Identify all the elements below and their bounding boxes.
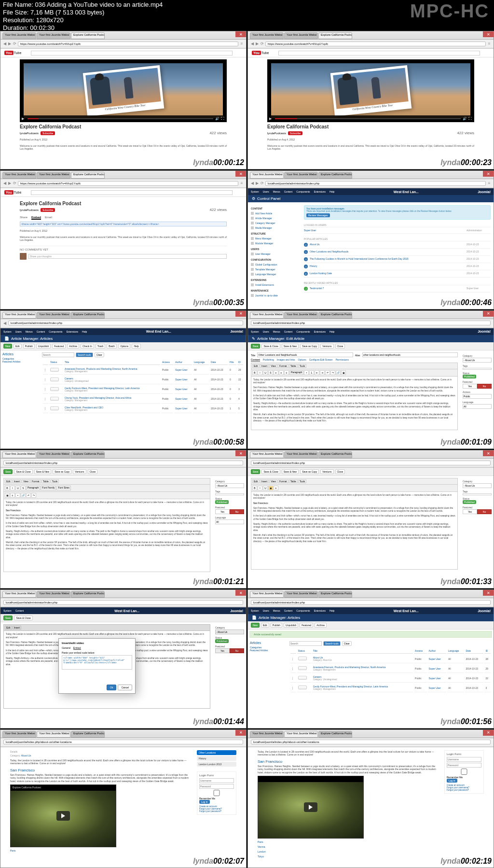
subscribe-button[interactable]: Subscribe xyxy=(41,131,55,135)
ok-button[interactable]: Ok xyxy=(107,685,116,690)
video-insert-icon[interactable]: ▣ xyxy=(5,493,10,498)
sidebar-article-mgr[interactable]: Article Manager xyxy=(251,216,298,221)
embedded-video[interactable] xyxy=(258,776,364,839)
table-row[interactable]: ⋮CareersCategory: UncategorisedPublicSup… xyxy=(43,376,243,384)
modal-tab-general[interactable]: General xyxy=(62,646,70,650)
batch-button[interactable]: Batch xyxy=(107,344,117,349)
table-row[interactable]: ⋮Cecily Fortnum-West, President and Mana… xyxy=(43,385,243,394)
share-tab-embed[interactable]: Embed xyxy=(31,216,41,220)
window-close-button[interactable]: ✕ xyxy=(235,31,246,37)
menu-system[interactable]: System xyxy=(251,190,259,193)
editor-body[interactable]: Today, the Landon is located in 28 count… xyxy=(251,377,457,430)
play-icon[interactable] xyxy=(56,811,70,821)
menu-extensions[interactable]: Extensions xyxy=(314,190,326,193)
comment-input[interactable]: Share your thoughts xyxy=(28,254,227,259)
new-button[interactable]: New xyxy=(3,344,12,349)
checkin-button[interactable]: Check In xyxy=(81,344,94,349)
archive-button[interactable]: Archive xyxy=(67,344,79,349)
underline-icon[interactable]: U xyxy=(263,370,268,375)
undo-icon[interactable]: ↶ xyxy=(325,370,330,375)
bold-icon[interactable]: B xyxy=(252,370,257,375)
list-icon[interactable]: • xyxy=(304,370,309,375)
browser-tab[interactable]: Your first Joomla Websi xyxy=(2,32,36,39)
volume-icon[interactable]: 🔊 xyxy=(215,117,219,121)
menu-content[interactable]: Content xyxy=(284,190,293,193)
table-row[interactable]: ⋮Chong Youk, President and Managing Dire… xyxy=(43,395,243,404)
play-icon[interactable] xyxy=(304,802,317,812)
nav-other-locations[interactable]: Other Locations xyxy=(197,750,236,755)
strike-icon[interactable]: S xyxy=(268,370,273,375)
login-button[interactable]: Log in xyxy=(199,800,210,804)
unpublish-button[interactable]: Unpublish xyxy=(36,344,51,349)
table-row[interactable]: ⋮Anastasia Fremont, Products and Marketi… xyxy=(43,366,243,375)
window-close-button[interactable]: ✕ xyxy=(483,31,494,37)
featured-button[interactable]: Featured xyxy=(52,344,66,349)
help-button[interactable]: Help xyxy=(132,344,140,349)
video-channel[interactable]: lyndaPodcasts xyxy=(20,132,39,135)
browser-tab[interactable]: Explore California Podcast xyxy=(71,32,105,39)
fullscreen-icon[interactable]: ⛶ xyxy=(221,117,225,121)
publish-button[interactable]: Publish xyxy=(23,344,35,349)
align-center-icon[interactable]: ≡ xyxy=(279,370,284,375)
menu-icon[interactable]: ≡ xyxy=(239,42,244,46)
close-button[interactable]: Close xyxy=(335,344,345,349)
save-button[interactable]: Save xyxy=(251,344,260,349)
outdent-icon[interactable]: ⇤ xyxy=(315,370,319,375)
menu-menus[interactable]: Menus xyxy=(273,190,280,193)
clear-button[interactable]: Clear xyxy=(95,352,104,357)
modal-tab-embed[interactable]: Embed xyxy=(73,646,81,650)
italic-icon[interactable]: I xyxy=(258,370,262,375)
sidebar-media-mgr[interactable]: Media Manager xyxy=(251,225,298,230)
alias-input[interactable] xyxy=(362,352,458,357)
indent-icon[interactable]: ⇥ xyxy=(320,370,325,375)
forward-icon[interactable]: ▶ xyxy=(7,42,12,46)
numlist-icon[interactable]: 1. xyxy=(309,370,314,375)
menu-components[interactable]: Components xyxy=(296,190,310,193)
youtube-logo-icon[interactable]: You xyxy=(4,51,14,55)
share-tab-email[interactable]: Email xyxy=(45,216,52,220)
username-input[interactable] xyxy=(199,778,234,783)
reload-icon[interactable]: ⟳ xyxy=(12,42,17,46)
thumbnail-grid: ✕ Your first Joomla Websi Your first Joo… xyxy=(0,0,494,868)
share-tab-share[interactable]: Share xyxy=(20,216,27,220)
back-icon[interactable]: ◀ xyxy=(2,42,7,46)
play-icon[interactable]: ▶ xyxy=(22,117,26,121)
save-close-button[interactable]: Save & Close xyxy=(261,344,280,349)
sidebar-add-article[interactable]: Add New Article xyxy=(251,211,298,216)
youtube-search-input[interactable] xyxy=(31,51,233,56)
save-new-button[interactable]: Save & New xyxy=(282,344,299,349)
video-insert-icon[interactable]: ▣ xyxy=(268,486,273,490)
table-row[interactable]: ⋮Clive Handforth, President and CEOCateg… xyxy=(43,405,243,413)
sidebar-category-mgr[interactable]: Category Manager xyxy=(251,221,298,225)
category-select[interactable]: - About Us xyxy=(463,358,492,363)
title-input[interactable] xyxy=(257,352,353,357)
menu-users[interactable]: Users xyxy=(263,190,269,193)
url-input[interactable]: https://www.youtube.com/watch?v=liVup1Yx… xyxy=(18,42,238,46)
save-copy-button[interactable]: Save as Copy xyxy=(300,344,319,349)
search-input[interactable] xyxy=(42,352,74,357)
password-input[interactable] xyxy=(199,784,234,789)
edit-button[interactable]: Edit xyxy=(14,344,22,349)
embed-code-textarea[interactable]: <iframe width="560" height="315" src="//… xyxy=(62,655,132,670)
tags-select[interactable] xyxy=(463,368,492,370)
video-player[interactable]: California Wine Country Bike Tour ▶ 🔊 ⛶ xyxy=(20,59,227,122)
status-badge[interactable]: Published xyxy=(463,375,476,378)
trash-button[interactable]: Trash xyxy=(96,344,106,349)
redo-icon[interactable]: ↷ xyxy=(330,370,335,375)
browser-tab[interactable]: Your first Joomla Websi xyxy=(37,32,70,39)
align-left-icon[interactable]: ≡ xyxy=(274,370,278,375)
menu-help[interactable]: Help xyxy=(329,190,334,193)
review-messages-button[interactable]: Review Messages xyxy=(306,213,330,217)
progress-bar[interactable] xyxy=(27,118,213,119)
align-right-icon[interactable]: ≡ xyxy=(284,370,289,375)
options-button[interactable]: Options xyxy=(118,344,130,349)
link-icon[interactable]: 🔗 xyxy=(336,370,341,375)
remember-checkbox[interactable] xyxy=(199,790,234,796)
versions-button[interactable]: Versions xyxy=(320,344,333,349)
embedded-video[interactable]: Explore California Podcast xyxy=(10,784,116,847)
cancel-button[interactable]: Cancel xyxy=(118,685,132,690)
video-controls[interactable]: ▶ 🔊 ⛶ xyxy=(20,115,227,122)
search-tools-button[interactable]: Search tools xyxy=(76,352,93,357)
embed-code-input[interactable]: <iframe width="420" height="315" src="//… xyxy=(20,222,227,226)
image-icon[interactable]: ▣ xyxy=(341,370,346,375)
